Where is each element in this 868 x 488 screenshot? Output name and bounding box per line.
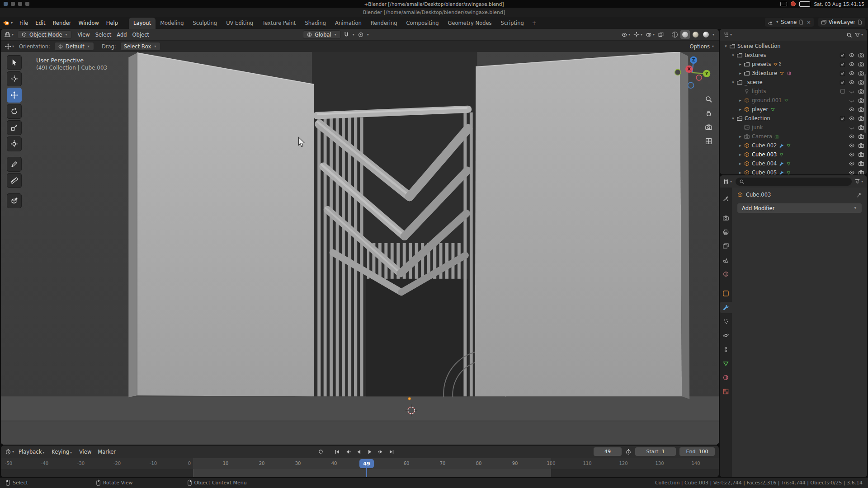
hide-viewport-toggle[interactable]: [849, 115, 855, 122]
outliner-row-scene-collection[interactable]: ▾Scene Collection: [720, 42, 867, 51]
properties-tab-object[interactable]: [720, 288, 732, 299]
disclosure-open-icon[interactable]: ▾: [730, 116, 736, 121]
wm-workspace-indicator[interactable]: [11, 2, 15, 6]
outliner-search-icon[interactable]: [846, 32, 852, 38]
disable-render-toggle[interactable]: [858, 106, 864, 113]
rotate-tool-button[interactable]: [7, 104, 22, 119]
current-frame-field[interactable]: 49: [594, 447, 622, 456]
transform-tool-button[interactable]: [7, 136, 22, 151]
disclosure-closed-icon[interactable]: ▸: [737, 143, 744, 148]
frame-end-field[interactable]: End100: [679, 447, 715, 456]
properties-tab-view-layer[interactable]: [720, 240, 732, 252]
outliner-row-cube-005[interactable]: ▸Cube.005: [720, 168, 867, 174]
properties-tab-world[interactable]: [720, 268, 732, 280]
add-workspace-button[interactable]: +: [528, 18, 540, 29]
new-viewlayer-icon[interactable]: [857, 19, 863, 25]
tray-indicator-box[interactable]: [799, 1, 810, 7]
hide-viewport-toggle[interactable]: [849, 70, 855, 76]
proportional-falloff-dropdown[interactable]: ▾: [367, 33, 369, 37]
properties-editor-type-button[interactable]: ▾: [723, 178, 733, 185]
disclosure-closed-icon[interactable]: ▸: [737, 152, 744, 157]
previous-keyframe-button[interactable]: [343, 447, 353, 456]
toggle-ortho-button[interactable]: [705, 137, 712, 145]
disable-render-toggle[interactable]: [858, 151, 864, 158]
outliner-row--scene[interactable]: ▾_scene: [720, 78, 867, 87]
disclosure-closed-icon[interactable]: ▸: [737, 71, 744, 75]
options-dropdown[interactable]: Options▾: [690, 43, 715, 50]
outliner-row-ground-001[interactable]: ▸ground.001: [720, 96, 867, 105]
outliner-row-camera[interactable]: ▸Camera: [720, 132, 867, 141]
hide-viewport-toggle[interactable]: [849, 97, 855, 103]
disable-render-toggle[interactable]: [858, 124, 864, 131]
blender-logo-icon[interactable]: ▾: [3, 19, 14, 27]
hide-viewport-toggle[interactable]: [849, 151, 855, 158]
disable-render-toggle[interactable]: [858, 115, 864, 122]
workspace-tab-animation[interactable]: Animation: [330, 18, 366, 29]
properties-tab-constraints[interactable]: [720, 344, 732, 355]
timeline-editor-type-button[interactable]: ▾: [5, 449, 15, 455]
properties-tab-data[interactable]: [720, 358, 732, 369]
timeline-menu-view[interactable]: View: [76, 447, 94, 456]
zoom-button[interactable]: [705, 95, 712, 103]
collection-checkbox[interactable]: [840, 52, 845, 58]
window-titlebar[interactable]: Blender [/home/amalie/Desktop/blender/sw…: [0, 8, 868, 17]
disable-render-toggle[interactable]: [858, 97, 864, 103]
editor-type-button[interactable]: ▾: [4, 31, 14, 38]
properties-tab-texture[interactable]: [720, 386, 732, 397]
viewport-menu-object[interactable]: Object: [130, 30, 152, 39]
timeline-menu-keying[interactable]: Keying▾: [49, 447, 75, 456]
timeline-scroll-strip[interactable]: [1, 469, 719, 477]
add-cube-tool-button[interactable]: [7, 193, 22, 208]
measure-tool-button[interactable]: [7, 173, 22, 188]
wm-workspace-indicator[interactable]: [4, 2, 8, 6]
collection-checkbox[interactable]: [840, 116, 845, 122]
show-overlays-dropdown[interactable]: ▾: [646, 32, 656, 38]
viewlayer-selector[interactable]: ViewLayer: [818, 18, 865, 27]
menu-window[interactable]: Window: [75, 18, 103, 28]
orientation-dropdown[interactable]: Default▾: [54, 42, 94, 51]
outliner-row-player[interactable]: ▸player: [720, 105, 867, 114]
tray-keyboard-icon[interactable]: [780, 2, 787, 6]
workspace-tab-sculpting[interactable]: Sculpting: [188, 18, 222, 29]
disclosure-open-icon[interactable]: ▾: [730, 80, 736, 84]
xray-toggle[interactable]: [658, 32, 664, 38]
frame-start-field[interactable]: Start1: [635, 447, 676, 456]
properties-tab-tool[interactable]: [720, 193, 732, 204]
viewport-menu-add[interactable]: Add: [114, 30, 129, 39]
collection-checkbox[interactable]: [840, 70, 845, 76]
menu-edit[interactable]: Edit: [32, 18, 49, 28]
scale-tool-button[interactable]: [7, 120, 22, 135]
outliner-row-presets[interactable]: ▸presets2: [720, 60, 867, 69]
workspace-tab-shading[interactable]: Shading: [300, 18, 330, 29]
playhead[interactable]: 49: [359, 459, 374, 468]
disable-render-toggle[interactable]: [858, 160, 864, 167]
hide-viewport-toggle[interactable]: [849, 106, 855, 113]
disable-render-toggle[interactable]: [858, 70, 864, 76]
workspace-tab-layout[interactable]: Layout: [129, 18, 156, 29]
mode-dropdown[interactable]: Object Mode ▾: [18, 30, 71, 39]
outliner-row-collection[interactable]: ▾Collection: [720, 114, 867, 123]
viewport-menu-select[interactable]: Select: [93, 30, 114, 39]
collection-checkbox[interactable]: [840, 80, 845, 85]
timeline-menu-marker[interactable]: Marker: [95, 447, 118, 456]
timeline-menu-playback[interactable]: Playback▾: [16, 447, 48, 456]
hide-viewport-toggle[interactable]: [849, 52, 855, 58]
pan-hand-button[interactable]: [705, 109, 712, 117]
outliner-scrollbar[interactable]: [864, 74, 866, 133]
disclosure-open-icon[interactable]: ▾: [722, 44, 729, 48]
shading-wireframe-button[interactable]: [670, 30, 679, 39]
disable-render-toggle[interactable]: [858, 142, 864, 149]
disclosure-closed-icon[interactable]: ▸: [737, 134, 744, 139]
outliner-row-cube-003[interactable]: ▸Cube.003: [720, 150, 867, 159]
select-box-tool-button[interactable]: [7, 55, 22, 70]
outliner-row-cube-004[interactable]: ▸Cube.004: [720, 159, 867, 168]
axis-minus-x-ball[interactable]: [696, 75, 702, 80]
disclosure-open-icon[interactable]: ▾: [730, 53, 736, 57]
snap-options-dropdown[interactable]: ▾: [353, 33, 354, 37]
drag-dropdown[interactable]: Select Box▾: [120, 42, 161, 51]
menu-file[interactable]: File: [16, 18, 32, 28]
menu-render[interactable]: Render: [49, 18, 75, 28]
cursor-tool-button[interactable]: [7, 71, 22, 86]
properties-tab-scene[interactable]: [720, 254, 732, 266]
scene-selector[interactable]: ▾ Scene ×: [765, 18, 813, 27]
